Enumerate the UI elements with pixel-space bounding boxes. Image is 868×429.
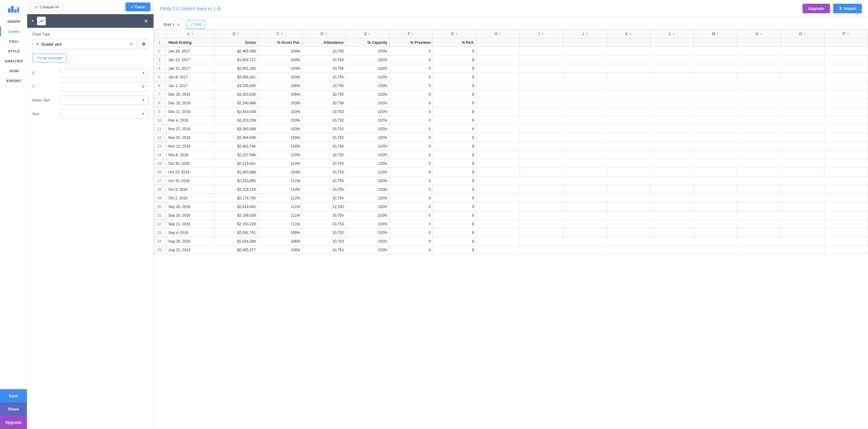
cell-7-K[interactable] bbox=[607, 90, 650, 99]
cell-6-M[interactable] bbox=[694, 81, 737, 90]
hover-text-select[interactable]: ▼ bbox=[60, 96, 149, 105]
cell-4-I[interactable] bbox=[520, 64, 563, 73]
cell-8-A[interactable]: Dec 18, 2016 bbox=[166, 99, 214, 107]
chart-type-dropdown[interactable]: ✦ Scatter plot ▼ bbox=[32, 39, 136, 50]
cell-11-E[interactable]: 102% bbox=[346, 125, 389, 133]
cell-7-B[interactable]: $3,303,538 bbox=[214, 90, 258, 99]
chart-settings-button[interactable]: ⚙ bbox=[139, 39, 149, 49]
cell-23-C[interactable]: 108% bbox=[258, 228, 302, 237]
cell-24-C[interactable]: 106% bbox=[258, 237, 302, 246]
cell-8-I[interactable] bbox=[520, 99, 563, 107]
cell-19-P[interactable] bbox=[824, 194, 868, 202]
cell-21-J[interactable] bbox=[563, 211, 607, 220]
cell-7-L[interactable] bbox=[650, 90, 694, 99]
cell-14-C[interactable]: 115% bbox=[258, 151, 302, 159]
cell-18-P[interactable] bbox=[824, 185, 868, 194]
cell-23-B[interactable]: $2,091,791 bbox=[214, 228, 258, 237]
cell-6-D[interactable]: 10,755 bbox=[302, 81, 346, 90]
col-header-H[interactable]: H ▼ bbox=[476, 30, 520, 38]
cell-20-E[interactable]: 102% bbox=[346, 202, 389, 211]
cell-22-F[interactable]: 0 bbox=[389, 220, 433, 228]
cell-11-C[interactable]: 103% bbox=[258, 125, 302, 133]
cell-20-H[interactable] bbox=[476, 202, 520, 211]
cell-16-O[interactable] bbox=[781, 168, 825, 176]
cell-23-N[interactable] bbox=[737, 228, 781, 237]
cell-10-I[interactable] bbox=[520, 116, 563, 125]
cell-12-J[interactable] bbox=[563, 133, 607, 142]
cell-15-J[interactable] bbox=[563, 159, 607, 168]
cell-17-J[interactable] bbox=[563, 176, 607, 185]
cell-14-B[interactable]: $2,227,546 bbox=[214, 151, 258, 159]
col-header-K[interactable]: K ▼ bbox=[607, 30, 650, 38]
cell-13-L[interactable] bbox=[650, 142, 694, 151]
cell-22-I[interactable] bbox=[520, 220, 563, 228]
cell-8-G[interactable]: 8 bbox=[433, 99, 476, 107]
cell-16-C[interactable]: 103% bbox=[258, 168, 302, 176]
cell-8-H[interactable] bbox=[476, 99, 520, 107]
app-logo[interactable] bbox=[7, 2, 21, 13]
cell-3-M[interactable] bbox=[694, 56, 737, 64]
cell-3-C[interactable]: 104% bbox=[258, 56, 302, 64]
cell-4-M[interactable] bbox=[694, 64, 737, 73]
cell-21-B[interactable]: $2,159,038 bbox=[214, 211, 258, 220]
cell-24-H[interactable] bbox=[476, 237, 520, 246]
cell-20-M[interactable] bbox=[694, 202, 737, 211]
cell-13-M[interactable] bbox=[694, 142, 737, 151]
cell-20-G[interactable]: 9 bbox=[433, 202, 476, 211]
cell-7-N[interactable] bbox=[737, 90, 781, 99]
cell-4-O[interactable] bbox=[781, 64, 825, 73]
cell-4-F[interactable]: 0 bbox=[389, 64, 433, 73]
cell-12-H[interactable] bbox=[476, 133, 520, 142]
cell-14-G[interactable]: 8 bbox=[433, 151, 476, 159]
cell-12-C[interactable]: 126% bbox=[258, 133, 302, 142]
cell-11-K[interactable] bbox=[607, 125, 650, 133]
cell-15-C[interactable]: 114% bbox=[258, 159, 302, 168]
cell-6-H[interactable] bbox=[476, 81, 520, 90]
cell-3-J[interactable] bbox=[563, 56, 607, 64]
cell-18-L[interactable] bbox=[650, 185, 694, 194]
cell-1-M[interactable] bbox=[694, 38, 737, 47]
cell-13-I[interactable] bbox=[520, 142, 563, 151]
cell-25-I[interactable] bbox=[520, 246, 563, 254]
cell-5-I[interactable] bbox=[520, 73, 563, 81]
cell-22-G[interactable]: 8 bbox=[433, 220, 476, 228]
grid-container[interactable]: A ▼ B ▼ C ▼ D ▼ E ▼ F ▼ G ▼ H ▼ I ▼ J ▼ … bbox=[154, 29, 868, 429]
cell-17-G[interactable]: 8 bbox=[433, 176, 476, 185]
cell-16-L[interactable] bbox=[650, 168, 694, 176]
cell-2-C[interactable]: 104% bbox=[258, 47, 302, 56]
cell-2-J[interactable] bbox=[563, 47, 607, 56]
cell-16-M[interactable] bbox=[694, 168, 737, 176]
cell-24-A[interactable]: Aug 28, 2016 bbox=[166, 237, 214, 246]
cell-25-J[interactable] bbox=[563, 246, 607, 254]
cell-17-P[interactable] bbox=[824, 176, 868, 185]
cell-18-K[interactable] bbox=[607, 185, 650, 194]
cell-2-F[interactable]: 0 bbox=[389, 47, 433, 56]
cell-3-A[interactable]: Jan 22, 2017 bbox=[166, 56, 214, 64]
plotly-title-link[interactable]: Plotly 2.0 (Switch back to 1.0) bbox=[160, 6, 221, 11]
cell-6-B[interactable]: $3,335,430 bbox=[214, 81, 258, 90]
cell-17-D[interactable]: 10,754 bbox=[302, 176, 346, 185]
cell-24-E[interactable]: 102% bbox=[346, 237, 389, 246]
cell-4-G[interactable]: 8 bbox=[433, 64, 476, 73]
cell-23-A[interactable]: Sep 4, 2016 bbox=[166, 228, 214, 237]
cell-5-J[interactable] bbox=[563, 73, 607, 81]
col-header-M[interactable]: M ▼ bbox=[694, 30, 737, 38]
cell-11-B[interactable]: $3,260,089 bbox=[214, 125, 258, 133]
cell-9-B[interactable]: $2,443,438 bbox=[214, 107, 258, 116]
cell-24-O[interactable] bbox=[781, 237, 825, 246]
cell-10-E[interactable]: 102% bbox=[346, 116, 389, 125]
cell-5-K[interactable] bbox=[607, 73, 650, 81]
cell-11-L[interactable] bbox=[650, 125, 694, 133]
cell-16-A[interactable]: Oct 23, 2016 bbox=[166, 168, 214, 176]
cell-1-F[interactable]: % Previews bbox=[389, 38, 433, 47]
cell-13-E[interactable]: 102% bbox=[346, 142, 389, 151]
cell-9-K[interactable] bbox=[607, 107, 650, 116]
cell-10-M[interactable] bbox=[694, 116, 737, 125]
cell-18-O[interactable] bbox=[781, 185, 825, 194]
cell-12-D[interactable]: 10,752 bbox=[302, 133, 346, 142]
cell-19-E[interactable]: 102% bbox=[346, 194, 389, 202]
cell-14-I[interactable] bbox=[520, 151, 563, 159]
cell-24-M[interactable] bbox=[694, 237, 737, 246]
cell-21-D[interactable]: 10,755 bbox=[302, 211, 346, 220]
cell-4-H[interactable] bbox=[476, 64, 520, 73]
